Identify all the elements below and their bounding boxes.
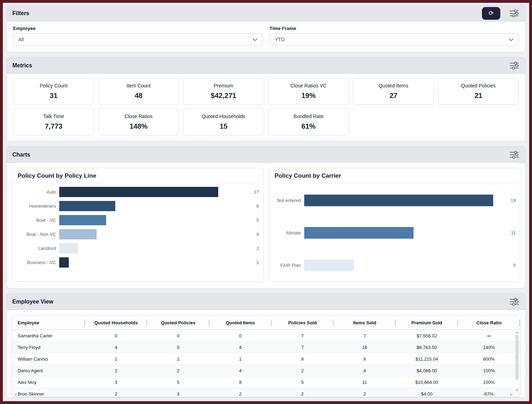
table-cell: 1: [85, 356, 147, 362]
metric-card: Close Ratios VC19%: [268, 78, 349, 105]
table-cell: 2: [271, 368, 334, 373]
table-cell: 5: [147, 345, 209, 350]
metric-label: Item Count: [127, 83, 151, 88]
chevron-down-icon: [509, 37, 514, 42]
table-row: Demo Agent22424$4,066.00100%: [12, 365, 520, 377]
bar-category-label: Allstate: [273, 230, 304, 235]
bar-row: FAIR Plan5: [273, 259, 516, 271]
table-cell: 16: [334, 345, 396, 350]
table-row: Alex Moy358511$10,664.00100%: [12, 377, 520, 388]
metric-value: 7,773: [45, 122, 62, 130]
metric-value: 27: [390, 92, 397, 100]
bar-value-label: 6: [246, 203, 259, 209]
horizontal-scrollbar[interactable]: [13, 393, 514, 397]
employee-filter-dropdown[interactable]: All: [13, 33, 263, 45]
table-cell: 1: [209, 356, 271, 362]
filters-section: Filters ⟳ Employee All: [6, 5, 526, 52]
refresh-icon: ⟳: [489, 10, 494, 17]
bar-row: Boat - VC5: [16, 215, 259, 225]
column-header: Policies Sold: [271, 316, 334, 330]
bar-category-label: Boat - Non VC: [16, 232, 59, 237]
bar: [59, 201, 115, 211]
metric-value: $42,271: [211, 92, 236, 100]
bar-value-label: 5: [246, 218, 259, 223]
table-row: Samantha Carter00077$7,558.02∞: [12, 330, 520, 342]
table-cell: $7,558.02: [396, 333, 458, 338]
refresh-button[interactable]: ⟳: [482, 7, 500, 20]
vertical-scrollbar-thumb[interactable]: [515, 335, 519, 380]
metric-label: Close Ratios: [124, 114, 152, 119]
chevron-down-icon: [252, 37, 257, 42]
table-cell: 0: [85, 333, 147, 338]
bar-row: Boat - Non VC4: [16, 229, 259, 239]
bar: [59, 215, 106, 225]
employee-table: EmployeeQuoted HouseholdsQuoted Policies…: [12, 316, 520, 397]
bar-row: Auto17: [16, 187, 259, 197]
bar: [59, 243, 78, 253]
scroll-right-icon[interactable]: [510, 393, 513, 397]
bar-track: [59, 243, 246, 253]
bar-category-label: Homeowners: [16, 203, 59, 209]
table-cell: 0: [147, 333, 209, 338]
time-frame-filter-label: Time Frame: [270, 26, 519, 31]
bar: [59, 257, 69, 268]
bar: [304, 227, 414, 239]
scroll-down-icon[interactable]: [515, 389, 519, 392]
table-cell: $11,215.04: [396, 356, 458, 362]
table-cell: 11: [334, 380, 396, 385]
bar-value-label: 1: [246, 260, 259, 265]
metric-value: 21: [475, 92, 482, 100]
bar-track: [59, 257, 246, 268]
bar-row: Business - VC1: [16, 257, 259, 268]
scroll-left-icon[interactable]: [14, 393, 17, 397]
bar-track: [59, 229, 246, 239]
filters-body: Employee All Time Frame YTD: [7, 22, 525, 52]
metric-card: Talk Time7,773: [13, 109, 94, 135]
table-cell: 100%: [458, 368, 520, 373]
bar-value-label: 11: [503, 230, 516, 235]
table-cell: 4: [334, 368, 396, 373]
metrics-header: Metrics: [7, 57, 525, 74]
metric-card: Quoted Households15: [183, 109, 264, 135]
table-cell: 3: [85, 380, 147, 385]
employee-view-settings-sliders-icon[interactable]: [509, 298, 519, 306]
table-cell: 8: [334, 356, 396, 362]
table-cell: $8,763.50: [396, 345, 458, 350]
carrier-chart-title: Policy Count by Carrier: [275, 172, 341, 179]
employee-name-cell: Samantha Carter: [12, 333, 85, 338]
table-cell: 800%: [458, 356, 520, 362]
bar-track: [304, 259, 503, 271]
metrics-title: Metrics: [12, 62, 32, 69]
metric-value: 61%: [301, 122, 316, 130]
column-header: Premium Sold: [396, 316, 458, 330]
filters-header: Filters ⟳: [7, 5, 525, 22]
table-row: William Carinci11188$11,215.04800%: [12, 353, 520, 365]
table-header-row: EmployeeQuoted HouseholdsQuoted Policies…: [12, 316, 520, 330]
time-frame-filter-dropdown[interactable]: YTD: [270, 33, 519, 45]
charts-header: Charts: [7, 147, 525, 163]
table-cell: ∞: [458, 333, 520, 338]
charts-settings-sliders-icon[interactable]: [509, 151, 519, 159]
bar-track: [59, 201, 246, 211]
vertical-scrollbar[interactable]: [515, 330, 519, 392]
metric-card: Bundled Rate61%: [268, 109, 349, 135]
metric-label: Talk Time: [43, 114, 64, 119]
metric-label: Quoted Items: [379, 83, 408, 88]
table-cell: 4: [209, 368, 271, 373]
metrics-settings-sliders-icon[interactable]: [509, 61, 519, 69]
table-cell: $4,066.00: [396, 368, 458, 373]
metric-label: Premium: [214, 83, 233, 88]
metric-value: 148%: [129, 122, 147, 130]
metric-card: Premium$42,271: [183, 78, 264, 105]
filters-settings-sliders-icon[interactable]: [509, 9, 519, 17]
metric-value: 15: [220, 122, 227, 130]
policy-line-chart: Auto17Homeowners6Boat - VC5Boat - Non VC…: [12, 184, 263, 281]
metric-value: 19%: [301, 92, 316, 100]
bar-category-label: Boat - VC: [16, 218, 59, 223]
table-cell: 7: [334, 333, 396, 338]
employee-view-title: Employee View: [12, 299, 53, 305]
scroll-up-icon[interactable]: [515, 331, 519, 333]
bar-track: [59, 187, 246, 197]
table-cell: 4: [209, 345, 271, 350]
bar-category-label: Business - VC: [16, 260, 59, 265]
